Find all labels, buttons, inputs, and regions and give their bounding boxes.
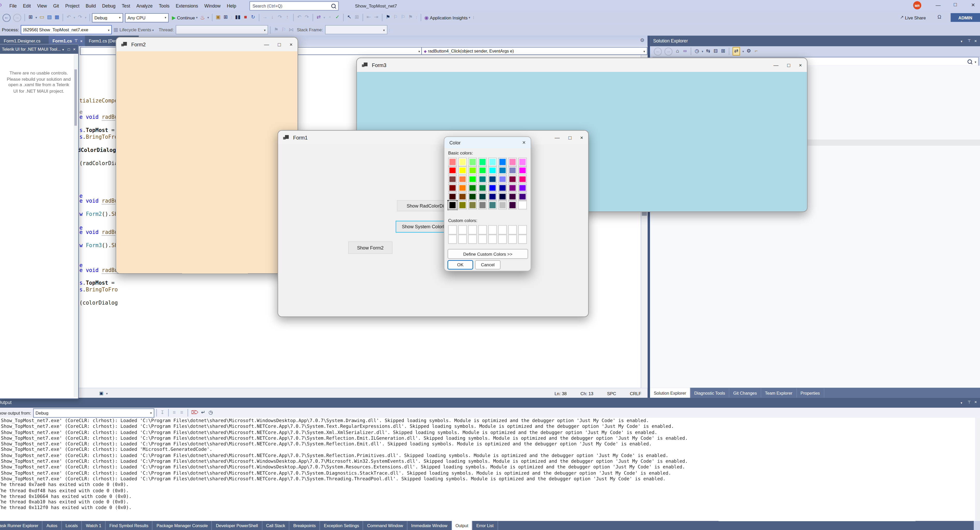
avatar[interactable]: MR bbox=[913, 1, 921, 9]
panel-tab[interactable]: Task Runner Explorer bbox=[0, 521, 43, 530]
next-bookmark-icon[interactable]: ⚐ bbox=[401, 14, 406, 21]
autoscroll-icon[interactable]: ◷ bbox=[208, 409, 213, 417]
color-swatch[interactable] bbox=[449, 193, 456, 200]
custom-color-swatch[interactable] bbox=[449, 235, 456, 243]
redo-dropdown-icon[interactable]: ▾ bbox=[84, 14, 87, 21]
redo2-icon[interactable]: ↷ bbox=[304, 14, 309, 21]
menu-item[interactable]: File bbox=[6, 3, 20, 8]
restart-icon[interactable]: ↻ bbox=[251, 14, 256, 21]
panel-tab[interactable]: Command Window bbox=[363, 521, 407, 530]
define-custom-colors-button[interactable]: Define Custom Colors >> bbox=[447, 249, 528, 259]
next-message-icon[interactable]: ≡ bbox=[179, 409, 184, 417]
color-swatch[interactable] bbox=[468, 193, 476, 200]
custom-color-swatch[interactable] bbox=[488, 235, 496, 243]
color-swatch[interactable] bbox=[498, 176, 506, 183]
new-project-icon[interactable]: ⊞ bbox=[28, 14, 33, 21]
color-swatch[interactable] bbox=[488, 201, 496, 209]
browse-search-icon[interactable]: ▣ bbox=[216, 14, 221, 21]
color-swatch[interactable] bbox=[449, 167, 456, 174]
custom-color-swatch[interactable] bbox=[468, 226, 476, 233]
step-into-icon[interactable]: ↓ bbox=[270, 14, 275, 21]
menu-item[interactable]: Window bbox=[201, 3, 224, 8]
color-swatch[interactable] bbox=[458, 167, 466, 174]
custom-color-swatch[interactable] bbox=[458, 226, 466, 233]
pause-icon[interactable]: ▮▮ bbox=[235, 14, 240, 21]
menu-item[interactable]: Help bbox=[224, 3, 239, 8]
se-back-icon[interactable]: ← bbox=[654, 47, 662, 55]
color-swatch[interactable] bbox=[488, 193, 496, 200]
menu-item[interactable]: Edit bbox=[20, 3, 34, 8]
prev-message-icon[interactable]: ≡ bbox=[172, 409, 177, 417]
menu-item[interactable]: Git bbox=[50, 3, 62, 8]
new-project-dropdown-icon[interactable]: ▾ bbox=[35, 14, 38, 21]
ok-button[interactable]: OK bbox=[447, 260, 473, 270]
color-swatch[interactable] bbox=[488, 176, 496, 183]
overflow-icon[interactable]: ⋮ bbox=[230, 14, 233, 21]
nav-back-icon[interactable]: ← bbox=[3, 13, 11, 21]
panel-tab[interactable]: Output bbox=[452, 521, 473, 530]
panel-tab[interactable]: Watch 1 bbox=[82, 521, 106, 530]
nav-forward-icon[interactable]: → bbox=[13, 13, 21, 21]
close-button[interactable]: × bbox=[971, 1, 975, 8]
color-swatch[interactable] bbox=[479, 167, 486, 174]
close-button[interactable]: × bbox=[522, 139, 526, 146]
color-swatch[interactable] bbox=[498, 158, 506, 165]
form2-window[interactable]: Form2 — □ × bbox=[116, 37, 298, 274]
form1-titlebar[interactable]: Form1 — □ × bbox=[278, 131, 588, 144]
color-swatch[interactable] bbox=[518, 184, 526, 192]
color-swatch[interactable] bbox=[449, 176, 456, 183]
lifecycle-events-label[interactable]: Lifecycle Events bbox=[119, 27, 151, 32]
color-swatch[interactable] bbox=[509, 193, 516, 200]
menu-item[interactable]: Extensions bbox=[173, 3, 201, 8]
close-button[interactable]: × bbox=[290, 42, 293, 47]
search-box[interactable]: Search (Ctrl+Q) bbox=[249, 1, 339, 11]
color-swatch[interactable] bbox=[449, 158, 456, 165]
vs-project-icon[interactable]: ∞ bbox=[682, 48, 687, 55]
compare-icon[interactable]: ⇄ bbox=[316, 14, 321, 21]
spell-check-icon[interactable]: ✓ bbox=[335, 14, 340, 21]
flag-outline-icon[interactable]: ⚐ bbox=[281, 26, 286, 34]
custom-color-swatch[interactable] bbox=[488, 226, 496, 233]
search-icon[interactable] bbox=[331, 4, 336, 8]
color-swatch[interactable] bbox=[488, 167, 496, 174]
goto-detail-icon[interactable]: ↧ bbox=[160, 409, 165, 417]
color-swatch[interactable] bbox=[458, 193, 466, 200]
color-swatch[interactable] bbox=[498, 201, 506, 209]
solution-platforms-dropdown[interactable]: Any CPU▾ bbox=[125, 13, 169, 22]
pin-icon[interactable]: ⊥ bbox=[967, 39, 971, 43]
redo-icon[interactable]: ↷ bbox=[78, 14, 83, 21]
minimize-button[interactable]: — bbox=[555, 135, 560, 140]
word-wrap-icon[interactable]: ↵ bbox=[201, 409, 205, 417]
pin-icon[interactable]: ⊥ bbox=[75, 39, 78, 43]
color-swatch[interactable] bbox=[479, 201, 486, 209]
solution-configurations-dropdown[interactable]: Debug▾ bbox=[92, 13, 123, 22]
form2-titlebar[interactable]: Form2 — □ × bbox=[116, 38, 298, 51]
panel-tab[interactable]: Call Stack bbox=[262, 521, 290, 530]
undo2-icon[interactable]: ↶ bbox=[297, 14, 302, 21]
hot-reload-icon[interactable]: ♨ bbox=[200, 14, 205, 21]
search-dropdown-icon[interactable]: ▾ bbox=[975, 60, 976, 64]
color-swatch[interactable] bbox=[449, 184, 456, 192]
color-swatch[interactable] bbox=[449, 201, 456, 209]
color-swatch[interactable] bbox=[509, 184, 516, 192]
custom-color-swatch[interactable] bbox=[518, 226, 526, 233]
undo-dropdown-icon[interactable]: ▾ bbox=[73, 14, 76, 21]
custom-color-swatch[interactable] bbox=[479, 235, 486, 243]
color-swatch[interactable] bbox=[498, 184, 506, 192]
thread-dropdown[interactable]: ▾ bbox=[176, 25, 268, 34]
panel-tab[interactable]: Developer PowerShell bbox=[212, 521, 262, 530]
editor-settings-icon[interactable]: ▣ bbox=[99, 390, 104, 397]
minimize-button[interactable]: — bbox=[773, 62, 778, 68]
color-swatch[interactable] bbox=[479, 158, 486, 165]
prev-bookmark-icon[interactable]: ⚐ bbox=[393, 14, 398, 21]
hot-reload-dropdown-icon[interactable]: ▾ bbox=[207, 14, 210, 21]
continue-button[interactable]: ▶ Continue ▾ bbox=[172, 14, 199, 21]
bookmark-overflow-icon[interactable]: ⋮ bbox=[415, 14, 418, 21]
admin-badge[interactable]: ADMIN bbox=[950, 13, 980, 22]
stack-frame-dropdown[interactable]: ▾ bbox=[325, 25, 387, 34]
panel-tab[interactable]: Breakpoints bbox=[290, 521, 320, 530]
color-dialog[interactable]: Color × Basic colors: Custom colors: Def… bbox=[444, 136, 531, 271]
flag-icon[interactable]: ⚑ bbox=[274, 26, 278, 34]
color-swatch[interactable] bbox=[509, 201, 516, 209]
tab-close-icon[interactable]: × bbox=[80, 39, 82, 43]
